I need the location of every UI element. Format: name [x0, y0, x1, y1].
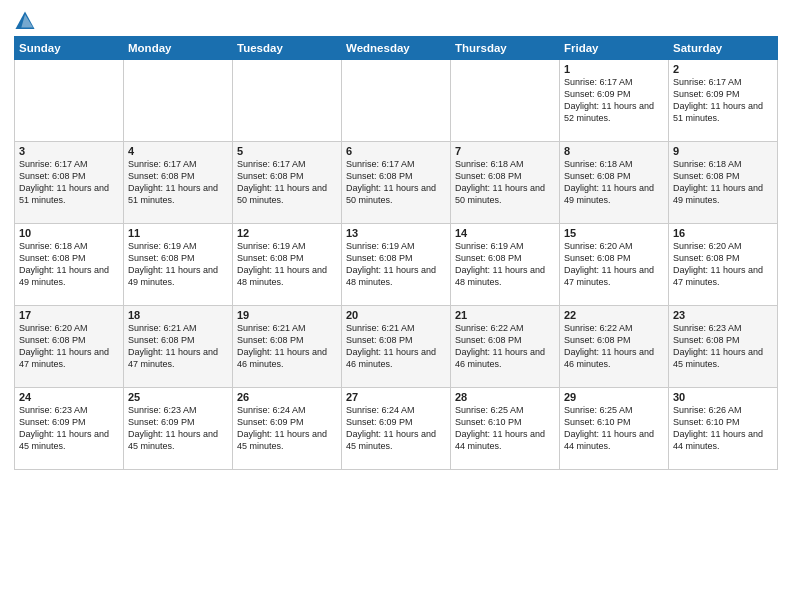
day-info: Sunrise: 6:17 AM Sunset: 6:08 PM Dayligh… — [237, 158, 337, 207]
calendar-cell: 11Sunrise: 6:19 AM Sunset: 6:08 PM Dayli… — [124, 224, 233, 306]
day-info: Sunrise: 6:18 AM Sunset: 6:08 PM Dayligh… — [673, 158, 773, 207]
day-info: Sunrise: 6:18 AM Sunset: 6:08 PM Dayligh… — [564, 158, 664, 207]
calendar-cell — [15, 60, 124, 142]
day-number: 14 — [455, 227, 555, 239]
calendar-cell: 22Sunrise: 6:22 AM Sunset: 6:08 PM Dayli… — [560, 306, 669, 388]
day-info: Sunrise: 6:19 AM Sunset: 6:08 PM Dayligh… — [128, 240, 228, 289]
day-number: 17 — [19, 309, 119, 321]
day-number: 22 — [564, 309, 664, 321]
day-info: Sunrise: 6:23 AM Sunset: 6:08 PM Dayligh… — [673, 322, 773, 371]
day-number: 20 — [346, 309, 446, 321]
header — [14, 10, 778, 32]
calendar-cell: 1Sunrise: 6:17 AM Sunset: 6:09 PM Daylig… — [560, 60, 669, 142]
calendar-cell: 24Sunrise: 6:23 AM Sunset: 6:09 PM Dayli… — [15, 388, 124, 470]
calendar-cell — [451, 60, 560, 142]
day-info: Sunrise: 6:19 AM Sunset: 6:08 PM Dayligh… — [237, 240, 337, 289]
weekday-header-monday: Monday — [124, 37, 233, 60]
day-number: 6 — [346, 145, 446, 157]
page-container: SundayMondayTuesdayWednesdayThursdayFrid… — [0, 0, 792, 476]
calendar-cell: 26Sunrise: 6:24 AM Sunset: 6:09 PM Dayli… — [233, 388, 342, 470]
day-info: Sunrise: 6:22 AM Sunset: 6:08 PM Dayligh… — [564, 322, 664, 371]
day-info: Sunrise: 6:20 AM Sunset: 6:08 PM Dayligh… — [564, 240, 664, 289]
calendar-cell: 25Sunrise: 6:23 AM Sunset: 6:09 PM Dayli… — [124, 388, 233, 470]
weekday-header-tuesday: Tuesday — [233, 37, 342, 60]
day-info: Sunrise: 6:17 AM Sunset: 6:09 PM Dayligh… — [564, 76, 664, 125]
day-info: Sunrise: 6:17 AM Sunset: 6:08 PM Dayligh… — [128, 158, 228, 207]
day-info: Sunrise: 6:23 AM Sunset: 6:09 PM Dayligh… — [19, 404, 119, 453]
calendar-cell: 19Sunrise: 6:21 AM Sunset: 6:08 PM Dayli… — [233, 306, 342, 388]
day-info: Sunrise: 6:26 AM Sunset: 6:10 PM Dayligh… — [673, 404, 773, 453]
calendar-cell — [124, 60, 233, 142]
calendar-cell: 7Sunrise: 6:18 AM Sunset: 6:08 PM Daylig… — [451, 142, 560, 224]
day-info: Sunrise: 6:25 AM Sunset: 6:10 PM Dayligh… — [455, 404, 555, 453]
day-number: 26 — [237, 391, 337, 403]
day-info: Sunrise: 6:18 AM Sunset: 6:08 PM Dayligh… — [455, 158, 555, 207]
day-number: 19 — [237, 309, 337, 321]
day-number: 25 — [128, 391, 228, 403]
day-info: Sunrise: 6:24 AM Sunset: 6:09 PM Dayligh… — [346, 404, 446, 453]
day-number: 11 — [128, 227, 228, 239]
calendar-cell: 2Sunrise: 6:17 AM Sunset: 6:09 PM Daylig… — [669, 60, 778, 142]
day-number: 29 — [564, 391, 664, 403]
weekday-header-friday: Friday — [560, 37, 669, 60]
weekday-header-sunday: Sunday — [15, 37, 124, 60]
calendar-cell: 3Sunrise: 6:17 AM Sunset: 6:08 PM Daylig… — [15, 142, 124, 224]
week-row-5: 24Sunrise: 6:23 AM Sunset: 6:09 PM Dayli… — [15, 388, 778, 470]
day-info: Sunrise: 6:17 AM Sunset: 6:08 PM Dayligh… — [346, 158, 446, 207]
weekday-header-wednesday: Wednesday — [342, 37, 451, 60]
day-number: 9 — [673, 145, 773, 157]
week-row-3: 10Sunrise: 6:18 AM Sunset: 6:08 PM Dayli… — [15, 224, 778, 306]
logo-icon — [14, 10, 36, 32]
calendar-cell — [233, 60, 342, 142]
week-row-1: 1Sunrise: 6:17 AM Sunset: 6:09 PM Daylig… — [15, 60, 778, 142]
calendar-cell: 9Sunrise: 6:18 AM Sunset: 6:08 PM Daylig… — [669, 142, 778, 224]
day-info: Sunrise: 6:17 AM Sunset: 6:09 PM Dayligh… — [673, 76, 773, 125]
calendar-cell: 10Sunrise: 6:18 AM Sunset: 6:08 PM Dayli… — [15, 224, 124, 306]
calendar-cell: 28Sunrise: 6:25 AM Sunset: 6:10 PM Dayli… — [451, 388, 560, 470]
day-info: Sunrise: 6:19 AM Sunset: 6:08 PM Dayligh… — [346, 240, 446, 289]
day-info: Sunrise: 6:25 AM Sunset: 6:10 PM Dayligh… — [564, 404, 664, 453]
day-info: Sunrise: 6:21 AM Sunset: 6:08 PM Dayligh… — [346, 322, 446, 371]
day-number: 24 — [19, 391, 119, 403]
calendar-cell: 14Sunrise: 6:19 AM Sunset: 6:08 PM Dayli… — [451, 224, 560, 306]
day-info: Sunrise: 6:17 AM Sunset: 6:08 PM Dayligh… — [19, 158, 119, 207]
day-number: 4 — [128, 145, 228, 157]
day-number: 15 — [564, 227, 664, 239]
day-number: 3 — [19, 145, 119, 157]
calendar-table: SundayMondayTuesdayWednesdayThursdayFrid… — [14, 36, 778, 470]
calendar-cell: 23Sunrise: 6:23 AM Sunset: 6:08 PM Dayli… — [669, 306, 778, 388]
day-info: Sunrise: 6:20 AM Sunset: 6:08 PM Dayligh… — [673, 240, 773, 289]
day-number: 1 — [564, 63, 664, 75]
logo — [14, 10, 40, 32]
day-number: 13 — [346, 227, 446, 239]
calendar-cell: 20Sunrise: 6:21 AM Sunset: 6:08 PM Dayli… — [342, 306, 451, 388]
day-number: 21 — [455, 309, 555, 321]
weekday-header-saturday: Saturday — [669, 37, 778, 60]
week-row-4: 17Sunrise: 6:20 AM Sunset: 6:08 PM Dayli… — [15, 306, 778, 388]
day-number: 7 — [455, 145, 555, 157]
day-info: Sunrise: 6:18 AM Sunset: 6:08 PM Dayligh… — [19, 240, 119, 289]
calendar-cell — [342, 60, 451, 142]
day-number: 10 — [19, 227, 119, 239]
calendar-cell: 4Sunrise: 6:17 AM Sunset: 6:08 PM Daylig… — [124, 142, 233, 224]
day-info: Sunrise: 6:20 AM Sunset: 6:08 PM Dayligh… — [19, 322, 119, 371]
day-number: 5 — [237, 145, 337, 157]
day-number: 8 — [564, 145, 664, 157]
weekday-header-thursday: Thursday — [451, 37, 560, 60]
calendar-cell: 29Sunrise: 6:25 AM Sunset: 6:10 PM Dayli… — [560, 388, 669, 470]
day-number: 2 — [673, 63, 773, 75]
day-number: 30 — [673, 391, 773, 403]
week-row-2: 3Sunrise: 6:17 AM Sunset: 6:08 PM Daylig… — [15, 142, 778, 224]
day-number: 16 — [673, 227, 773, 239]
weekday-header-row: SundayMondayTuesdayWednesdayThursdayFrid… — [15, 37, 778, 60]
day-number: 27 — [346, 391, 446, 403]
day-number: 12 — [237, 227, 337, 239]
calendar-cell: 8Sunrise: 6:18 AM Sunset: 6:08 PM Daylig… — [560, 142, 669, 224]
day-info: Sunrise: 6:21 AM Sunset: 6:08 PM Dayligh… — [128, 322, 228, 371]
day-info: Sunrise: 6:21 AM Sunset: 6:08 PM Dayligh… — [237, 322, 337, 371]
calendar-cell: 21Sunrise: 6:22 AM Sunset: 6:08 PM Dayli… — [451, 306, 560, 388]
day-info: Sunrise: 6:22 AM Sunset: 6:08 PM Dayligh… — [455, 322, 555, 371]
calendar-cell: 17Sunrise: 6:20 AM Sunset: 6:08 PM Dayli… — [15, 306, 124, 388]
calendar-cell: 30Sunrise: 6:26 AM Sunset: 6:10 PM Dayli… — [669, 388, 778, 470]
calendar-cell: 27Sunrise: 6:24 AM Sunset: 6:09 PM Dayli… — [342, 388, 451, 470]
